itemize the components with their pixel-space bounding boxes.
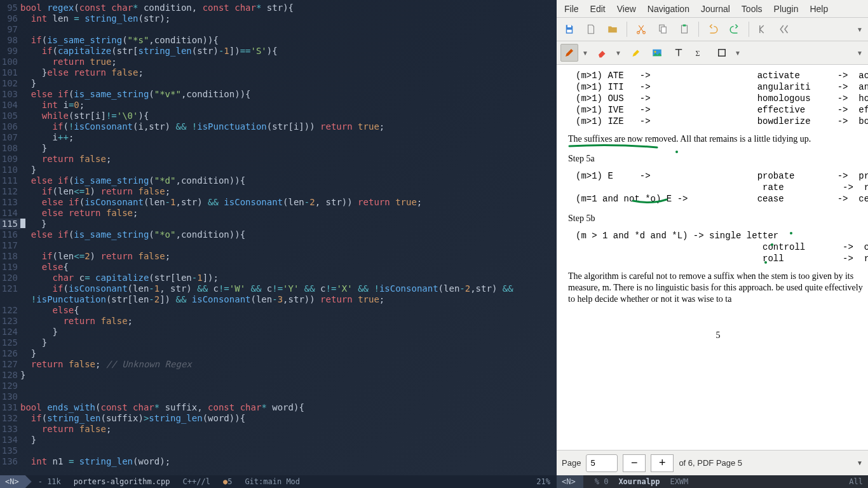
- code-line[interactable]: 117: [0, 240, 557, 251]
- code-line[interactable]: 122 else{: [0, 305, 557, 316]
- code-line[interactable]: 106 if(!isConsonant(i,str) && !isPunctua…: [0, 121, 557, 132]
- line-number: 108: [0, 143, 20, 154]
- code-line[interactable]: 102 }: [0, 78, 557, 89]
- code-line[interactable]: 119 else{: [0, 262, 557, 273]
- pen-dropdown-icon[interactable]: ▼: [582, 50, 590, 57]
- code-line[interactable]: 114 else return false;: [0, 208, 557, 219]
- line-number: 116: [0, 229, 20, 240]
- undo-icon[interactable]: [704, 20, 722, 38]
- code-line[interactable]: 128}: [0, 370, 557, 381]
- menu-plugin[interactable]: Plugin: [769, 1, 804, 17]
- svg-rect-7: [683, 25, 686, 27]
- code-line[interactable]: 103 else if(is_same_string("*v*",conditi…: [0, 89, 557, 100]
- code-line[interactable]: 126 }: [0, 348, 557, 359]
- code-line[interactable]: 131bool ends_with(const char* suffix, co…: [0, 402, 557, 413]
- redo-icon[interactable]: [726, 20, 743, 38]
- code-line[interactable]: 105 while(str[i]!='\0'){: [0, 111, 557, 121]
- svg-rect-11: [719, 50, 726, 57]
- open-folder-icon[interactable]: [604, 20, 621, 38]
- code-area[interactable]: 95bool regex(const char* condition, cons…: [0, 0, 557, 475]
- pagebar-overflow-icon[interactable]: ▼: [857, 459, 863, 466]
- code-line[interactable]: 113 else if(isConsonant(len-1,str) && is…: [0, 197, 557, 208]
- code-line[interactable]: 129: [0, 381, 557, 391]
- page-minus-button[interactable]: −: [623, 454, 646, 472]
- page-plus-button[interactable]: +: [651, 454, 674, 472]
- eraser-dropdown-icon[interactable]: ▼: [615, 50, 623, 57]
- eraser-tool-icon[interactable]: [593, 44, 611, 62]
- code-line[interactable]: 124 }: [0, 327, 557, 337]
- cut-icon[interactable]: [632, 20, 650, 38]
- menu-edit[interactable]: Edit: [585, 1, 611, 17]
- code-line[interactable]: 132 if(string_len(suffix)>string_len(wor…: [0, 413, 557, 424]
- code-line[interactable]: 107 i++;: [0, 132, 557, 143]
- first-page-icon[interactable]: [754, 20, 772, 38]
- code-line[interactable]: 97: [0, 24, 557, 35]
- line-number: 106: [0, 121, 20, 132]
- code-line[interactable]: 118 if(len<=2) return false;: [0, 251, 557, 262]
- code-line[interactable]: 101 }else return false;: [0, 67, 557, 78]
- menu-tools[interactable]: Tools: [736, 1, 768, 17]
- code-line[interactable]: 95bool regex(const char* condition, cons…: [0, 3, 557, 13]
- paste-icon[interactable]: [675, 20, 693, 38]
- menu-journal[interactable]: Journal: [696, 1, 735, 17]
- line-number: 130: [0, 391, 20, 402]
- menu-help[interactable]: Help: [804, 1, 833, 17]
- svg-rect-5: [661, 27, 667, 33]
- language: C++//l: [177, 477, 217, 486]
- code-line[interactable]: 109 return false;: [0, 154, 557, 165]
- new-file-icon[interactable]: [582, 20, 600, 38]
- line-number: 114: [0, 208, 20, 219]
- code-line[interactable]: 108 }: [0, 143, 557, 154]
- page-input[interactable]: [586, 454, 618, 472]
- code-line[interactable]: 120 char c= capitalize(str[len-1]);: [0, 273, 557, 283]
- rule-line: (m>1) OUS -> homologous -> homol: [576, 93, 868, 104]
- filename: porters-algorithm.cpp: [67, 477, 177, 486]
- code-line[interactable]: 110 }: [0, 165, 557, 175]
- code-line[interactable]: 121 if(isConsonant(len-1, str) && c!='W'…: [0, 283, 557, 294]
- pdf-document[interactable]: (m>1) ATE -> activate -> activ(m>1) ITI …: [557, 65, 868, 450]
- code-line[interactable]: 136 int n1 = string_len(word);: [0, 456, 557, 467]
- save-icon[interactable]: [560, 20, 578, 38]
- svg-rect-1: [567, 30, 572, 33]
- code-line[interactable]: 125 }: [0, 337, 557, 348]
- rule-line: (m>1) ITI -> angulariti -> angul: [576, 81, 868, 93]
- percent: % 0: [590, 477, 614, 486]
- code-line[interactable]: 123 return false;: [0, 316, 557, 327]
- code-line[interactable]: 134 }: [0, 435, 557, 445]
- image-tool-icon[interactable]: [648, 44, 666, 62]
- code-line[interactable]: 133 return false;: [0, 424, 557, 435]
- code-line[interactable]: 111 else if(is_same_string("*d",conditio…: [0, 175, 557, 186]
- pen-tool-icon[interactable]: [560, 44, 578, 62]
- toolbar2-overflow-icon[interactable]: ▼: [857, 50, 864, 57]
- menu-navigation[interactable]: Navigation: [642, 1, 695, 17]
- svg-point-9: [654, 51, 656, 53]
- line-number: 98: [0, 35, 20, 46]
- highlighter-tool-icon[interactable]: [627, 44, 644, 62]
- copy-icon[interactable]: [654, 20, 672, 38]
- code-line[interactable]: !isPunctuation(str[len-2]) && isConsonan…: [0, 294, 557, 305]
- prev-page-icon[interactable]: [776, 20, 794, 38]
- code-line[interactable]: 112 if(len<=1) return false;: [0, 186, 557, 197]
- menu-view[interactable]: View: [612, 1, 641, 17]
- rule-line: controll -> contr: [576, 241, 868, 253]
- tex-tool-icon[interactable]: Σ: [691, 44, 709, 62]
- shape-tool-icon[interactable]: [713, 44, 731, 62]
- code-line[interactable]: 130: [0, 391, 557, 402]
- code-line[interactable]: 115 }: [0, 219, 557, 229]
- menu-file[interactable]: File: [559, 1, 584, 17]
- code-line[interactable]: 116 else if(is_same_string("*o",conditio…: [0, 229, 557, 240]
- code-line[interactable]: 99 if(capitalize(str[string_len(str)-1])…: [0, 46, 557, 57]
- code-line[interactable]: 96 int len = string_len(str);: [0, 13, 557, 24]
- code-line[interactable]: 100 return true;: [0, 57, 557, 67]
- code-line[interactable]: 98 if(is_same_string("*s",condition)){: [0, 35, 557, 46]
- toolbar-overflow-icon[interactable]: ▼: [857, 26, 864, 33]
- line-number: 136: [0, 456, 20, 467]
- line-number: 127: [0, 359, 20, 370]
- code-line[interactable]: 127 return false; // Unknown Regex: [0, 359, 557, 370]
- doc-paragraph: The algorithm is careful not to remove a…: [568, 271, 868, 305]
- shape-dropdown-icon[interactable]: ▼: [735, 50, 742, 57]
- code-line[interactable]: 104 int i=0;: [0, 100, 557, 111]
- doc-sentence: The suffixes are now removed. All that r…: [568, 134, 811, 144]
- text-tool-icon[interactable]: [670, 44, 688, 62]
- code-line[interactable]: 135: [0, 445, 557, 456]
